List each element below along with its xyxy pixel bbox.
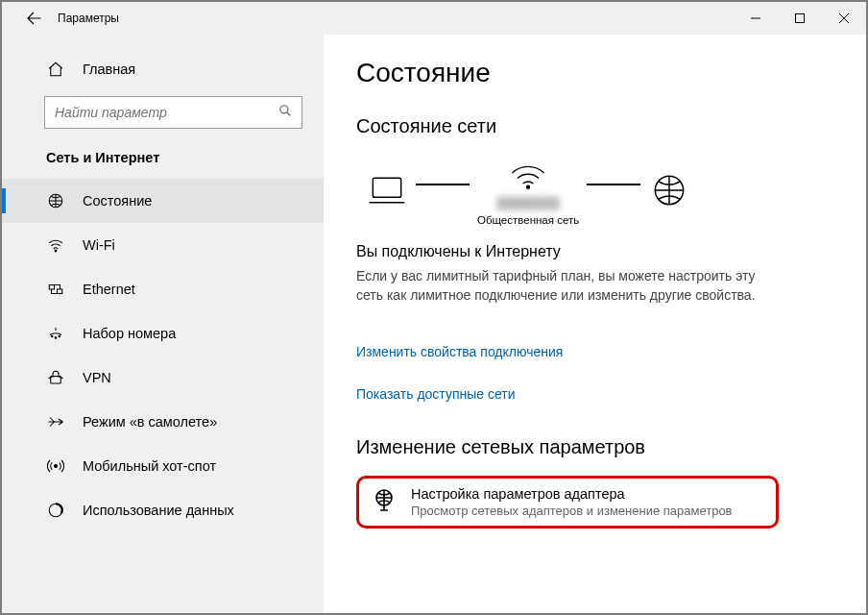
diagram-line — [416, 184, 470, 185]
sidebar-item-airplane[interactable]: Режим «в самолете» — [2, 400, 324, 444]
sidebar-item-label: Wi-Fi — [83, 237, 115, 253]
diagram-wifi-node: ████████ Общественная сеть — [477, 155, 579, 226]
globe-icon — [648, 172, 690, 209]
sidebar-item-label: Режим «в самолете» — [83, 414, 217, 430]
adapter-settings-subtitle: Просмотр сетевых адаптеров и изменение п… — [411, 504, 733, 518]
network-status-heading: Состояние сети — [356, 115, 833, 137]
home-icon — [46, 61, 65, 78]
svg-point-13 — [527, 185, 530, 188]
globe-icon — [46, 192, 65, 209]
sidebar-item-label: Мобильный хот-спот — [83, 458, 216, 474]
adapter-settings-text: Настройка параметров адаптера Просмотр с… — [411, 486, 733, 518]
close-icon — [839, 13, 849, 23]
svg-rect-5 — [58, 289, 62, 294]
close-button[interactable] — [822, 2, 866, 35]
svg-point-3 — [55, 250, 57, 252]
sidebar-item-globe[interactable]: Состояние — [2, 179, 324, 223]
wifi-icon — [46, 236, 65, 254]
connected-heading: Вы подключены к Интернету — [356, 243, 833, 260]
svg-point-7 — [55, 337, 57, 339]
window-controls — [734, 2, 866, 35]
adapter-settings-title: Настройка параметров адаптера — [411, 486, 733, 502]
connected-body: Если у вас лимитный тарифный план, вы мо… — [356, 266, 769, 306]
svg-rect-4 — [49, 285, 54, 290]
svg-rect-12 — [373, 178, 400, 197]
back-arrow-icon — [25, 10, 42, 27]
sidebar-item-wifi[interactable]: Wi-Fi — [2, 223, 324, 267]
window-body: Главная Сеть и Интернет СостояниеWi-FiEt… — [2, 35, 866, 613]
dialup-icon — [46, 325, 65, 342]
laptop-icon — [366, 172, 408, 209]
sidebar-item-vpn[interactable]: VPN — [2, 356, 324, 400]
diagram-wifi-name: ████████ — [497, 197, 560, 209]
diagram-device-node — [366, 172, 408, 209]
sidebar-item-label: Ethernet — [83, 282, 135, 297]
link-change-connection-props[interactable]: Изменить свойства подключения — [356, 344, 833, 359]
maximize-icon — [795, 13, 805, 23]
svg-point-6 — [52, 335, 54, 337]
main-content: Состояние Состояние сети ████████ Общест… — [324, 35, 866, 613]
maximize-button[interactable] — [778, 2, 822, 35]
sidebar: Главная Сеть и Интернет СостояниеWi-FiEt… — [2, 35, 324, 613]
search-input[interactable] — [55, 105, 266, 120]
sidebar-item-dialup[interactable]: Набор номера — [2, 311, 324, 356]
network-adapter-icon — [373, 488, 396, 511]
search-icon — [278, 104, 292, 121]
svg-point-8 — [59, 335, 60, 337]
sidebar-item-label: VPN — [83, 370, 111, 385]
airplane-icon — [46, 413, 65, 430]
adapter-settings-icon-wrap — [373, 488, 398, 515]
adapter-settings-block[interactable]: Настройка параметров адаптера Просмотр с… — [356, 476, 779, 529]
search-box[interactable] — [44, 96, 302, 129]
window-title: Параметры — [58, 12, 119, 25]
sidebar-item-label: Состояние — [83, 193, 152, 209]
change-network-params-heading: Изменение сетевых параметров — [356, 436, 833, 458]
svg-rect-9 — [51, 377, 61, 384]
svg-point-10 — [55, 465, 58, 468]
minimize-button[interactable] — [734, 2, 778, 35]
vpn-icon — [46, 369, 65, 386]
data-usage-icon — [46, 502, 65, 519]
svg-rect-0 — [796, 14, 805, 23]
network-diagram: ████████ Общественная сеть — [356, 155, 833, 226]
diagram-line — [587, 184, 640, 185]
sidebar-nav: СостояниеWi-FiEthernetНабор номераVPNРеж… — [2, 179, 324, 532]
minimize-icon — [751, 13, 760, 23]
page-title: Состояние — [356, 58, 833, 88]
sidebar-home-label: Главная — [83, 62, 135, 77]
settings-window: Параметры Главная Сеть и Интернет Сос — [0, 0, 868, 615]
sidebar-item-data-usage[interactable]: Использование данных — [2, 488, 324, 532]
sidebar-item-hotspot[interactable]: Мобильный хот-спот — [2, 444, 324, 488]
ethernet-icon — [46, 281, 65, 298]
wifi-icon — [507, 155, 549, 191]
diagram-network-type: Общественная сеть — [477, 214, 579, 226]
hotspot-icon — [46, 457, 65, 475]
titlebar: Параметры — [2, 2, 866, 35]
sidebar-item-ethernet[interactable]: Ethernet — [2, 267, 324, 311]
back-button[interactable] — [17, 2, 50, 35]
sidebar-home[interactable]: Главная — [2, 56, 324, 83]
sidebar-item-label: Набор номера — [83, 326, 176, 341]
svg-point-1 — [280, 106, 288, 113]
diagram-internet-node — [648, 172, 690, 209]
link-show-available-networks[interactable]: Показать доступные сети — [356, 386, 833, 402]
sidebar-item-label: Использование данных — [83, 503, 234, 518]
sidebar-category-label: Сеть и Интернет — [2, 150, 324, 165]
